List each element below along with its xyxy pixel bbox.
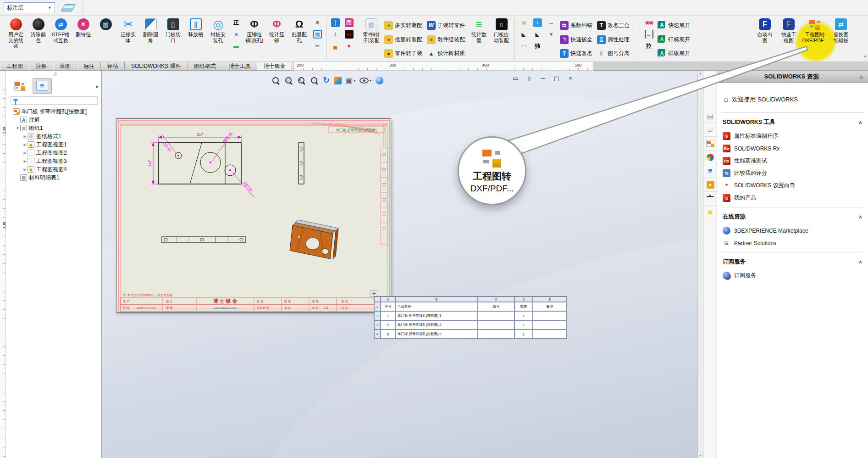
welcome-link[interactable]: ⌂ 欢迎使用 SOLIDWORKS (717, 83, 868, 112)
bom-cell[interactable]: B (395, 296, 478, 302)
tree-item-工程图视图1[interactable]: ▶◆工程图视图1 (6, 140, 101, 149)
dim-width[interactable]: 317 (196, 132, 203, 137)
bom-cell[interactable] (478, 320, 514, 330)
toolbar-button-批量转装配[interactable]: ●批量转装配 (382, 33, 425, 47)
canvas-scrollbar[interactable]: ▲▼ (697, 71, 703, 458)
tab-博士钣金[interactable]: 博士钣金 (257, 62, 292, 70)
tab-图纸格式[interactable]: 图纸格式 (188, 62, 222, 70)
tab-评估[interactable]: 评估 (101, 62, 125, 70)
strip-tab-certification[interactable]: ● (703, 178, 717, 192)
toolbar-button-rivet[interactable]: ◎ (520, 18, 528, 27)
scroll-up-icon[interactable]: ▲ (699, 72, 702, 75)
drawing-view-isometric[interactable] (290, 220, 338, 259)
bom-cell[interactable]: 单门板 折弯带腰孔[按数量]-3 (395, 330, 478, 339)
toolbar-button-du[interactable]: 独 (533, 41, 542, 50)
toolbar-button-用户定义的线路[interactable]: 用户定 义的线 路 (5, 17, 27, 61)
bom-cell[interactable]: 备注 (533, 302, 567, 311)
toolbar-button-trash[interactable]: ▥ (94, 17, 117, 61)
toolbar-button-arrowdk[interactable]: → (547, 18, 556, 27)
toolbar-button-统计压铆[interactable]: Φ统计压 铆 (265, 17, 288, 61)
toolbar-button-封板安装孔[interactable]: ◎封板安 装孔 (207, 17, 229, 61)
taskpane-item-Partner Solutions[interactable]: ≋Partner Solutions (723, 237, 862, 249)
strip-tab-view-palette[interactable] (703, 137, 717, 151)
taskpane-item-3DEXPERIENCE Marketplace[interactable]: 3DEXPERIENCE Marketplace (723, 224, 862, 237)
toolbar-button-迁移实体[interactable]: ✂迁移实 体 (117, 17, 139, 61)
toolbar-button-torange[interactable]: ▄ (331, 41, 340, 50)
viewtb-zoom-fit[interactable] (271, 76, 280, 85)
toolbar-button-子装转零件[interactable]: W子装转零件 (425, 18, 468, 33)
toolbar-button-binpink[interactable]: 回 (345, 18, 354, 27)
taskpane-item-SOLIDWORKS Rx[interactable]: RxSOLIDWORKS Rx (723, 142, 862, 155)
toolbar-button-tableblue[interactable]: ▦ (313, 30, 322, 39)
collapse-chevron-icon[interactable]: ∧ (858, 259, 862, 265)
toolbar-button-替换图纸模板[interactable]: ⇄替换图 纸模板 (829, 17, 853, 61)
scroll-down-icon[interactable]: ▼ (699, 454, 702, 457)
strip-tab-favorites[interactable]: ★ (703, 206, 717, 219)
toolbar-button-corner1[interactable]: ◣ (520, 30, 528, 39)
toolbar-button-门板自动装配[interactable]: ▯门板自 动装配 (490, 17, 513, 61)
toolbar-button-STEP格式互换[interactable]: ⇄STEP格 式互换 (50, 17, 72, 61)
bom-cell[interactable] (533, 311, 567, 320)
drawing-view-bottom[interactable] (162, 237, 246, 243)
toolbar-overflow-icon[interactable]: ▾ (864, 54, 866, 59)
bom-cell[interactable]: 3 (381, 330, 395, 339)
toolbar-button-自动出图[interactable]: F自动出 图 (753, 17, 777, 61)
taskpane-item-我的产品[interactable]: S我的产品 (723, 192, 862, 204)
toolbar-button-aligndark[interactable]: ≡ (313, 18, 322, 27)
bom-cell[interactable]: 1 (514, 311, 533, 320)
bom-cell[interactable]: 1 (381, 311, 395, 320)
toolbar-button-dimred[interactable]: ↔ (645, 30, 653, 39)
tree-expander[interactable]: ▶ (22, 143, 28, 147)
bom-cell[interactable]: 数量 (514, 302, 533, 311)
collapse-left-icon[interactable]: « (721, 73, 724, 81)
toolbar-button-删特征[interactable]: ×删特征 (72, 17, 94, 61)
arrange-window-2-button[interactable]: ▯ (525, 75, 533, 82)
toolbar-button-改名三合一[interactable]: T改名三合一 (595, 18, 638, 33)
collapse-chevron-icon[interactable]: ∧ (858, 119, 862, 125)
toolbar-button-排版展开[interactable]: A排版展开 (656, 46, 693, 61)
tree-item-注解[interactable]: A注解 (6, 116, 101, 124)
tab-标注[interactable]: 标注 (77, 62, 101, 70)
tree-item-单门板 折弯带腰孔[按数量][interactable]: 单门板 折弯带腰孔[按数量] (6, 107, 101, 116)
tab-工程图[interactable]: 工程图 (0, 62, 29, 70)
toolbar-button-图号分离[interactable]: ‖图号分离 (595, 46, 638, 61)
viewtb-view-orientation[interactable]: ▣▾ (346, 76, 355, 85)
toolbar-button-balloons[interactable]: ◉◉ (645, 18, 653, 27)
bom-cell[interactable] (374, 296, 381, 302)
bom-cell[interactable]: 序号 (381, 302, 395, 311)
collapse-chevron-icon[interactable]: ∧ (858, 214, 862, 220)
tree-expander[interactable]: ▶ (22, 168, 28, 172)
bom-cell[interactable]: C (478, 296, 514, 302)
toolbar-button-zheng[interactable]: 正 (232, 18, 241, 27)
toolbar-button-零件转子装[interactable]: ●零件转子装 (382, 46, 425, 61)
toolbar-button-tee[interactable]: ⊥ (331, 30, 340, 39)
drawing-view-side[interactable] (299, 143, 304, 184)
strip-tab-file-explorer[interactable]: ▱ (703, 123, 717, 137)
toolbar-button-删除圆角[interactable]: 删除圆 角 (139, 17, 162, 61)
toolbar-button-压铆拉铆[底孔][interactable]: Φ压铆拉 铆[底孔] (243, 17, 265, 61)
strip-tab-appearances[interactable] (703, 151, 717, 164)
taskpane-item-属性标签编制程序[interactable]: S属性标签编制程序 (723, 130, 862, 142)
bom-cell[interactable] (533, 330, 567, 339)
toolbar-button-属性处理[interactable]: ≣属性处理 (595, 33, 638, 47)
toolbar-button-清除颜色[interactable]: 清除颜 色 (27, 17, 50, 61)
toolbar-button-零件转[子]装配[interactable]: ▧零件转[ 子]装配 (360, 17, 382, 61)
drawing-sheet[interactable]: 单门板 折弯带腰孔[按数量] (116, 118, 391, 313)
layer-select[interactable]: 标注层 ▼ (4, 2, 55, 13)
tree-item-图纸格式1[interactable]: ▶▦图纸格式1 (6, 132, 101, 140)
tab-博士工具[interactable]: 博士工具 (222, 62, 257, 70)
toolbar-button-门板切口[interactable]: ▯门板切 口 (162, 17, 184, 61)
toolbar-button-reddrop[interactable]: ♦ (345, 41, 354, 50)
tab-草图[interactable]: 草图 (53, 62, 77, 70)
toolbar-button-统计数量[interactable]: ≡统计数 量 (468, 17, 490, 61)
close-button[interactable]: × (566, 75, 575, 82)
toolbar-button-系数纠错[interactable]: ⇆系数纠错 (558, 18, 595, 33)
bom-cell[interactable] (533, 320, 567, 330)
toolbar-button-la[interactable]: 拉 (645, 41, 653, 50)
viewtb-realview-sphere[interactable] (376, 77, 383, 84)
viewtb-hide-show-items[interactable]: ▾ (359, 78, 371, 84)
toolbar-button-释放槽[interactable]: ∥释放槽 (184, 17, 207, 61)
dim-dia3[interactable]: Ø33.52 (242, 180, 253, 192)
tab-SOLIDWORKS 插件[interactable]: SOLIDWORKS 插件 (125, 62, 188, 70)
gear-icon[interactable]: ☼ (858, 73, 864, 80)
